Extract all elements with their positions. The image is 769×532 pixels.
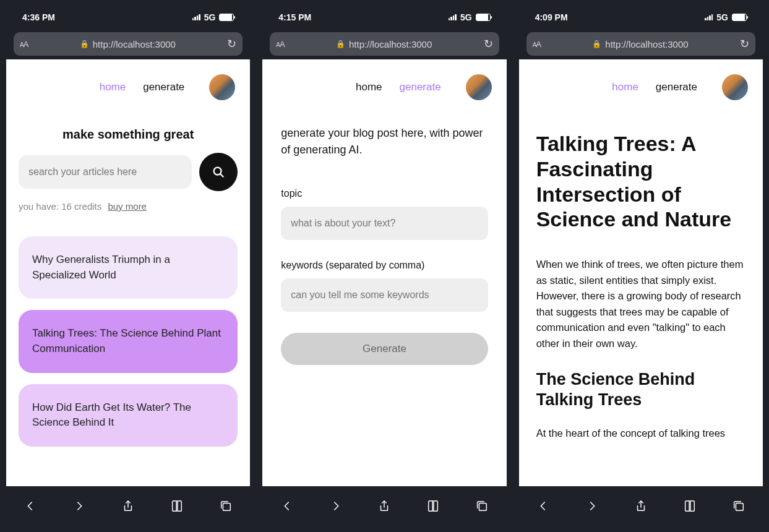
browser-toolbar — [6, 486, 250, 526]
svg-line-1 — [221, 174, 224, 177]
tabs-icon — [732, 499, 745, 513]
nav-generate[interactable]: generate — [143, 81, 184, 93]
tabs-icon — [219, 499, 233, 513]
search-row — [19, 153, 238, 191]
share-button[interactable] — [630, 499, 652, 513]
search-input[interactable] — [19, 155, 192, 189]
forward-button[interactable] — [68, 499, 90, 513]
search-icon — [212, 165, 225, 179]
lock-icon: 🔒 — [592, 40, 601, 48]
credits-row: you have: 16 credits buy more — [19, 201, 238, 212]
signal-icon — [449, 14, 457, 20]
article-card[interactable]: Talking Trees: The Science Behind Plant … — [19, 310, 238, 372]
chevron-left-icon — [24, 499, 37, 513]
topic-input[interactable] — [281, 207, 488, 240]
book-icon — [683, 499, 697, 513]
chevron-left-icon — [280, 499, 294, 513]
browser-url-bar[interactable]: AA 🔒 http://localhost:3000 ↻ — [14, 32, 243, 56]
avatar[interactable] — [722, 74, 748, 100]
buy-more-link[interactable]: buy more — [108, 201, 147, 212]
article-title: Talking Trees: A Fascinating Intersectio… — [536, 131, 745, 232]
browser-url-bar[interactable]: AA 🔒 http://localhost:3000 ↻ — [270, 32, 499, 56]
url-display[interactable]: 🔒 http://localhost:3000 — [546, 39, 735, 49]
network-label: 5G — [716, 12, 728, 22]
svg-rect-4 — [736, 503, 743, 510]
tabs-button[interactable] — [215, 499, 237, 513]
forward-button[interactable] — [581, 499, 603, 513]
tabs-button[interactable] — [471, 499, 493, 513]
credits-count: 16 credits — [61, 201, 101, 212]
phone-screen-article: 4:09 PM 5G AA 🔒 http://localhost:3000 ↻ … — [519, 6, 763, 526]
chevron-right-icon — [329, 499, 343, 513]
browser-url-bar[interactable]: AA 🔒 http://localhost:3000 ↻ — [526, 32, 755, 56]
status-time: 4:36 PM — [22, 12, 55, 22]
back-button[interactable] — [276, 499, 298, 513]
network-label: 5G — [204, 12, 216, 22]
svg-rect-2 — [223, 503, 230, 510]
text-size-icon[interactable]: AA — [276, 40, 284, 49]
reload-icon[interactable]: ↻ — [227, 37, 236, 51]
share-button[interactable] — [117, 499, 139, 513]
article-list: Why Generalists Triumph in a Specialized… — [19, 236, 238, 447]
svg-point-0 — [214, 168, 221, 175]
nav-generate[interactable]: generate — [400, 81, 441, 93]
nav-home[interactable]: home — [356, 81, 382, 93]
status-indicators: 5G — [705, 12, 747, 22]
article-card[interactable]: How Did Earth Get Its Water? The Science… — [19, 384, 238, 447]
article-card[interactable]: Why Generalists Triumph in a Specialized… — [19, 236, 238, 299]
tabs-icon — [475, 499, 489, 513]
article-paragraph: At the heart of the concept of talking t… — [536, 426, 745, 442]
share-icon — [634, 499, 648, 513]
svg-rect-3 — [479, 503, 487, 510]
credits-prefix: you have: — [19, 201, 61, 212]
back-button[interactable] — [19, 499, 41, 513]
text-size-icon[interactable]: AA — [533, 40, 541, 49]
url-text: http://localhost:3000 — [93, 39, 176, 49]
nav-generate[interactable]: generate — [656, 81, 697, 93]
page-content: home generate generate your blog post he… — [262, 59, 506, 486]
signal-icon — [192, 14, 200, 20]
bookmarks-button[interactable] — [422, 499, 444, 513]
page-content: home generate Talking Trees: A Fascinati… — [519, 59, 763, 486]
network-label: 5G — [460, 12, 472, 22]
url-display[interactable]: 🔒 http://localhost:3000 — [33, 39, 222, 49]
page-title: make something great — [19, 127, 238, 142]
chevron-left-icon — [536, 499, 550, 513]
reload-icon[interactable]: ↻ — [484, 37, 493, 51]
chevron-right-icon — [585, 499, 599, 513]
article-subheading: The Science Behind Talking Trees — [536, 369, 745, 411]
book-icon — [170, 499, 184, 513]
keywords-input[interactable] — [281, 278, 488, 312]
reload-icon[interactable]: ↻ — [740, 37, 749, 51]
phone-screen-home: 4:36 PM 5G AA 🔒 http://localhost:3000 ↻ … — [6, 6, 250, 526]
battery-icon — [219, 14, 234, 21]
signal-icon — [705, 14, 713, 20]
text-size-icon[interactable]: AA — [20, 40, 28, 49]
url-text: http://localhost:3000 — [605, 39, 688, 49]
url-display[interactable]: 🔒 http://localhost:3000 — [290, 39, 479, 49]
bookmarks-button[interactable] — [679, 499, 701, 513]
bookmarks-button[interactable] — [166, 499, 188, 513]
avatar[interactable] — [466, 74, 492, 100]
page-content: home generate make something great you h… — [6, 59, 250, 486]
chevron-right-icon — [72, 499, 86, 513]
battery-icon — [732, 14, 747, 21]
share-icon — [121, 499, 135, 513]
generate-button[interactable]: Generate — [281, 333, 488, 365]
status-bar: 4:15 PM 5G — [262, 6, 506, 28]
status-indicators: 5G — [192, 12, 234, 22]
avatar[interactable] — [209, 74, 235, 100]
nav-home[interactable]: home — [100, 81, 126, 93]
top-nav: home generate — [519, 59, 763, 106]
share-button[interactable] — [373, 499, 395, 513]
search-button[interactable] — [199, 153, 238, 191]
tabs-button[interactable] — [728, 499, 750, 513]
article-paragraph: When we think of trees, we often picture… — [536, 257, 745, 351]
back-button[interactable] — [532, 499, 554, 513]
status-time: 4:15 PM — [278, 12, 311, 22]
url-text: http://localhost:3000 — [349, 39, 432, 49]
lock-icon: 🔒 — [80, 40, 89, 48]
status-bar: 4:09 PM 5G — [519, 6, 763, 28]
nav-home[interactable]: home — [612, 81, 638, 93]
forward-button[interactable] — [325, 499, 347, 513]
